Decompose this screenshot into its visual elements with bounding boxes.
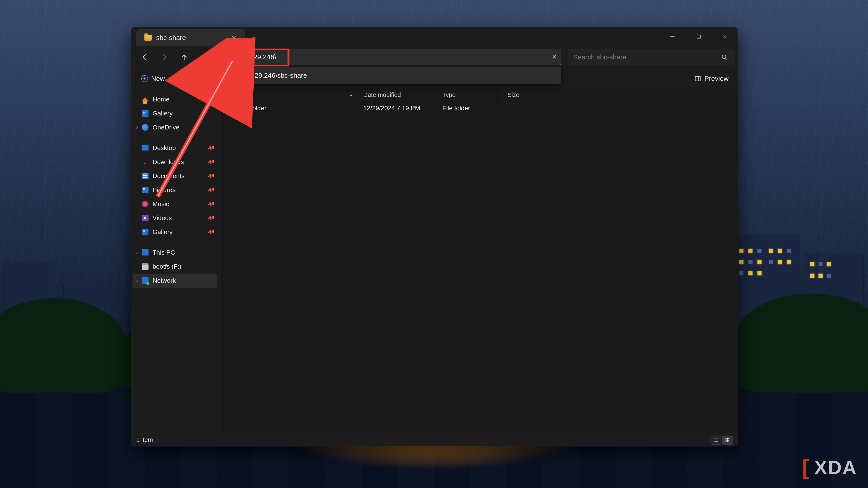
new-tab-button[interactable]: ＋: [245, 29, 263, 46]
file-explorer-window: sbc-share ✕ ＋ ✕ \\192.168.29.246\sbc-sha…: [131, 27, 738, 447]
svg-point-5: [722, 55, 726, 59]
sidebar-item-home[interactable]: Home: [133, 92, 217, 106]
pin-icon: 📌: [206, 158, 215, 166]
folder-icon: [224, 105, 232, 111]
onedrive-icon: [142, 124, 149, 131]
pictures-icon: [142, 187, 149, 193]
column-header-type[interactable]: Type: [437, 89, 502, 101]
xda-watermark: [XDA: [802, 455, 857, 480]
sidebar-item-bootfs[interactable]: bootfs (F:): [133, 260, 217, 273]
sidebar-item-desktop[interactable]: Desktop📌: [133, 141, 217, 155]
svg-rect-16: [726, 438, 727, 440]
sort-asc-icon: ▲: [349, 93, 353, 97]
pin-icon: 📌: [206, 143, 215, 152]
pc-icon: [142, 249, 149, 256]
address-input[interactable]: [218, 53, 548, 61]
column-headers: Name▲ Date modified Type Size: [219, 89, 738, 101]
back-button[interactable]: [135, 50, 153, 64]
file-name: New folder: [236, 105, 267, 112]
plus-circle-icon: +: [141, 75, 148, 82]
pin-icon: 📌: [206, 171, 215, 180]
svg-rect-1: [697, 35, 700, 38]
view-thumbnails-button[interactable]: [722, 435, 733, 445]
network-icon: [142, 277, 149, 284]
column-header-date[interactable]: Date modified: [358, 89, 437, 101]
drive-icon: [142, 263, 149, 270]
pin-icon: 📌: [206, 214, 215, 222]
music-icon: [142, 201, 149, 207]
documents-icon: [142, 173, 149, 180]
sidebar-item-gallery[interactable]: Gallery: [133, 106, 217, 121]
new-button[interactable]: + New ⌄: [136, 72, 177, 86]
preview-button[interactable]: Preview: [690, 72, 733, 86]
view-details-button[interactable]: [711, 435, 721, 445]
address-clear-button[interactable]: ✕: [548, 50, 561, 64]
gallery-icon: [142, 229, 149, 235]
file-date: 12/29/2024 7:19 PM: [358, 105, 437, 112]
svg-rect-17: [727, 438, 729, 440]
sidebar-item-videos[interactable]: Videos📌: [133, 211, 217, 225]
svg-rect-18: [726, 440, 727, 442]
svg-rect-11: [695, 76, 701, 81]
forward-button[interactable]: [155, 50, 174, 64]
refresh-button[interactable]: [195, 50, 213, 64]
navigation-bar: ✕ \\192.168.29.246\sbc-share: [131, 46, 738, 68]
tab-close-button[interactable]: ✕: [229, 33, 239, 42]
file-row[interactable]: New folder 12/29/2024 7:19 PM File folde…: [219, 101, 738, 116]
chevron-down-icon: ⌄: [168, 76, 172, 81]
search-box[interactable]: [567, 49, 734, 65]
file-list: New folder 12/29/2024 7:19 PM File folde…: [219, 101, 738, 433]
navigation-sidebar: Home Gallery ›OneDrive Desktop📌 ↓Downloa…: [131, 89, 219, 433]
maximize-button[interactable]: [686, 27, 712, 46]
sidebar-item-music[interactable]: Music📌: [133, 197, 217, 211]
file-type: File folder: [437, 105, 502, 112]
chevron-right-icon[interactable]: ›: [134, 125, 140, 130]
up-button[interactable]: [175, 50, 193, 64]
column-header-size[interactable]: Size: [502, 89, 547, 101]
sidebar-divider: [135, 242, 215, 242]
home-icon: [142, 97, 149, 101]
sidebar-item-downloads[interactable]: ↓Downloads📌: [133, 155, 217, 169]
sidebar-item-pictures[interactable]: Pictures📌: [133, 183, 217, 197]
close-window-button[interactable]: [712, 27, 738, 46]
sidebar-item-documents[interactable]: Documents📌: [133, 169, 217, 183]
chevron-right-icon[interactable]: ›: [134, 250, 140, 256]
chevron-right-icon[interactable]: ›: [134, 278, 140, 284]
preview-pane-icon: [694, 75, 701, 82]
address-bar[interactable]: ✕ \\192.168.29.246\sbc-share: [218, 49, 561, 65]
downloads-icon: ↓: [142, 159, 149, 165]
svg-rect-19: [727, 440, 729, 442]
minimize-button[interactable]: [659, 27, 686, 46]
search-input[interactable]: [573, 53, 721, 61]
preview-label: Preview: [704, 75, 728, 83]
svg-line-6: [725, 58, 727, 59]
sidebar-item-network[interactable]: ›Network: [133, 273, 217, 288]
sidebar-item-gallery-pinned[interactable]: Gallery📌: [133, 225, 217, 239]
desktop-icon: [142, 144, 149, 151]
gallery-icon: [142, 110, 149, 117]
pin-icon: 📌: [206, 186, 215, 194]
pin-icon: 📌: [206, 228, 215, 236]
address-suggestion-item[interactable]: \\192.168.29.246\sbc-share: [218, 67, 561, 84]
search-icon: [721, 54, 728, 61]
folder-icon: [145, 35, 152, 41]
status-item-count: 1 item: [136, 436, 153, 444]
new-label: New: [151, 75, 165, 83]
pin-icon: 📌: [206, 199, 215, 208]
title-bar: sbc-share ✕ ＋: [131, 27, 738, 46]
tab-active[interactable]: sbc-share ✕: [136, 29, 245, 46]
file-list-pane: Name▲ Date modified Type Size New folder…: [219, 89, 738, 433]
videos-icon: [142, 215, 149, 221]
sidebar-item-this-pc[interactable]: ›This PC: [133, 246, 217, 260]
column-header-name[interactable]: Name▲: [219, 89, 358, 101]
status-bar: 1 item: [131, 433, 738, 446]
tab-title: sbc-share: [156, 34, 186, 41]
cut-button[interactable]: [190, 72, 204, 86]
address-suggestions: \\192.168.29.246\sbc-share: [218, 67, 561, 84]
sidebar-item-onedrive[interactable]: ›OneDrive: [133, 121, 217, 134]
